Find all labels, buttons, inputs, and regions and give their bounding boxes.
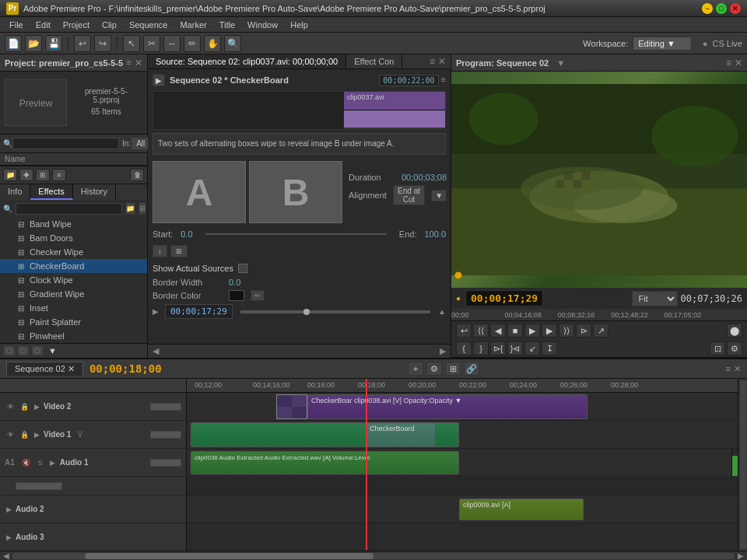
transport-play-in-out[interactable]: ⊳ (576, 324, 591, 338)
tab-info[interactable]: Info (0, 184, 30, 200)
source-panel-close[interactable]: ✕ (438, 56, 446, 67)
scroll-left-btn[interactable]: ◀ (3, 551, 9, 560)
audio2-expand-btn[interactable]: ▶ (5, 504, 12, 515)
project-panel-menu[interactable]: ≡ (127, 58, 132, 68)
audio1-sub-track-row[interactable] (187, 477, 738, 495)
audio1-track-row[interactable]: clip0038 Audio Extracted Audio Extracted… (187, 449, 738, 477)
tab-history[interactable]: History (73, 184, 116, 200)
toolbar-zoom[interactable]: 🔍 (224, 35, 241, 52)
effect-checkerboard[interactable]: ⊞ CheckerBoard (0, 259, 147, 273)
timeline-timecode[interactable]: 00;00;18;00 (89, 362, 162, 375)
effects-tb-btn1[interactable]: ⬡ (3, 345, 16, 356)
audio2-track-row[interactable]: clip0009.avi [A] (187, 495, 738, 523)
audio1-mute-btn[interactable]: 🔇 (21, 457, 32, 468)
toolbar-save[interactable]: 💾 (45, 35, 62, 52)
alignment-value-btn[interactable]: End at Cut (393, 185, 425, 205)
menu-clip[interactable]: Clip (96, 19, 123, 31)
ec-menu-icon[interactable]: ≡ (441, 75, 446, 86)
effect-band-wipe[interactable]: ⊟ Band Wipe (0, 217, 147, 231)
list-view-btn[interactable]: ≡ (52, 169, 66, 181)
tab-effects[interactable]: Effects (30, 184, 72, 200)
effects-search-input[interactable] (16, 203, 122, 215)
video1-checkerboard-block[interactable]: CheckerBoard (366, 422, 436, 447)
menu-edit[interactable]: Edit (30, 19, 57, 31)
clip-v2-block[interactable]: clip0037.avi (344, 92, 445, 110)
transport-next-edit[interactable]: ⟩⟩ (559, 324, 574, 338)
timeline-scrollbar[interactable] (740, 380, 746, 549)
tl-snap[interactable]: ⊞ (445, 362, 461, 376)
timeline-tracks-area[interactable]: 00;12;00 00;14;16;00 00;16;00 00;18;00 0… (187, 379, 738, 551)
toolbar-redo[interactable]: ↪ (94, 35, 111, 52)
new-bin-btn[interactable]: 📁 (3, 169, 17, 181)
transport-stop[interactable]: ■ (507, 324, 523, 338)
time-slider[interactable] (240, 310, 430, 313)
transport-out[interactable]: } (473, 341, 489, 355)
effect-inset[interactable]: ⊟ Inset (0, 301, 147, 315)
project-search-input[interactable] (12, 138, 119, 149)
toolbar-razor[interactable]: ✂ (143, 35, 160, 52)
menu-sequence[interactable]: Sequence (123, 19, 174, 31)
time-value[interactable]: 00;00;17;29 (165, 304, 233, 319)
program-dropdown-arrow[interactable]: ▼ (556, 58, 565, 68)
timeline-scrollbar-h[interactable]: ◀ ▶ (0, 551, 747, 560)
transport-go-out[interactable]: }⊲ (507, 341, 523, 355)
new-item-btn[interactable]: ✚ (19, 169, 33, 181)
show-actual-sources-checkbox[interactable] (238, 264, 247, 273)
icon-view-btn[interactable]: ⊞ (36, 169, 50, 181)
effects-tb-btn3[interactable]: ⬡ (31, 345, 44, 356)
effects-grid-btn[interactable]: ⊞ (139, 202, 146, 215)
delete-bin-btn[interactable]: 🗑 (130, 169, 144, 181)
alignment-arrow-btn[interactable]: ▼ (431, 190, 447, 201)
menu-marker[interactable]: Marker (174, 19, 212, 31)
transport-overwrite[interactable]: ↧ (542, 341, 557, 355)
video2-collapse-btn[interactable]: ▶ (33, 401, 40, 412)
cs-live-label[interactable]: CS Live (712, 39, 742, 48)
toolbar-hand[interactable]: ✋ (204, 35, 221, 52)
toolbar-new[interactable]: 📄 (5, 35, 22, 52)
toolbar-undo[interactable]: ↩ (74, 35, 91, 52)
transport-step-fwd[interactable]: ▶ (542, 324, 557, 338)
scroll-track[interactable] (12, 553, 735, 559)
transport-record[interactable]: ⬤ (727, 324, 742, 338)
nav-prev[interactable]: ◀ (153, 346, 159, 356)
tl-settings[interactable]: ⚙ (426, 362, 442, 376)
anti-alias-btn[interactable]: ⊞ (170, 245, 188, 257)
video2-lock-btn[interactable]: 🔒 (19, 401, 30, 412)
border-color-swatch[interactable] (229, 290, 244, 301)
toolbar-select[interactable]: ↖ (123, 35, 140, 52)
effects-new-folder-btn[interactable]: 📁 (125, 202, 135, 215)
effect-pinwheel[interactable]: ⊟ Pinwheel (0, 329, 147, 343)
project-panel-close[interactable]: ✕ (135, 58, 142, 68)
minimize-button[interactable]: − (702, 3, 713, 14)
end-value[interactable]: 100.0 (424, 229, 446, 239)
close-button[interactable]: ✕ (730, 3, 741, 14)
menu-file[interactable]: File (3, 19, 30, 31)
transport-settings[interactable]: ⚙ (727, 341, 742, 355)
menu-project[interactable]: Project (57, 19, 96, 31)
audio1-solo-btn[interactable]: S (35, 457, 46, 468)
audio3-expand-btn[interactable]: ▶ (5, 532, 12, 543)
source-tab[interactable]: Source: Sequence 02: clip0037.avi: 00;00… (148, 54, 346, 68)
fx-play-btn[interactable]: ▶ (153, 74, 165, 86)
program-panel-menu[interactable]: ≡ (726, 58, 731, 68)
audio2-clip-block[interactable]: clip0009.avi [A] (459, 499, 584, 520)
transport-step-back[interactable]: ◀ (490, 324, 506, 338)
transport-play[interactable]: ▶ (524, 324, 540, 338)
duration-value[interactable]: 00;00;03;08 (402, 173, 447, 182)
video2-eye-btn[interactable]: 👁 (5, 401, 16, 412)
fit-dropdown[interactable]: Fit 25% 50% 100% (632, 291, 678, 306)
video1-track-row[interactable]: CheckerBoard (187, 421, 738, 449)
reverse-btn[interactable]: ↕ (153, 245, 167, 257)
source-panel-menu[interactable]: ≡ (430, 56, 435, 67)
video1-collapse-btn[interactable]: ▶ (33, 429, 40, 440)
transport-safe-margins[interactable]: ⊡ (710, 341, 725, 355)
video2-track-row[interactable]: CheckerBoar clip0038.avi [V] Opacity:Opa… (187, 393, 738, 421)
transport-export[interactable]: ↗ (593, 324, 608, 338)
scroll-right-btn[interactable]: ▶ (738, 551, 744, 560)
tl-add-track[interactable]: + (408, 362, 423, 376)
toolbar-open[interactable]: 📂 (25, 35, 42, 52)
program-timecode[interactable]: 00;00;17;29 (465, 290, 543, 306)
clip-v2-overlay[interactable] (344, 110, 445, 128)
transition-slider[interactable] (205, 233, 387, 235)
program-panel-close[interactable]: ✕ (735, 58, 742, 68)
